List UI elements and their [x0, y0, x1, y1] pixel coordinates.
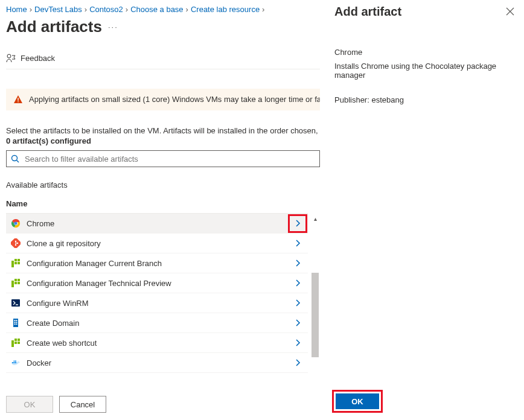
search-input[interactable] [24, 154, 316, 164]
chevron-right-icon: › [126, 5, 128, 14]
svg-point-3 [12, 156, 18, 161]
page-title: Add artifacts [6, 18, 102, 36]
warning-icon [13, 95, 23, 104]
svg-rect-35 [18, 339, 20, 341]
warning-bar: Applying artifacts on small sized (1 cor… [6, 89, 320, 110]
artifact-row[interactable]: Configuration Manager Technical Preview [6, 273, 308, 293]
svg-rect-26 [14, 320, 16, 321]
feedback-button[interactable]: Feedback [6, 53, 55, 63]
chevron-right-icon: › [186, 5, 188, 14]
chevron-right-icon[interactable] [287, 339, 308, 347]
search-icon [10, 154, 20, 164]
side-panel-title: Add artifact [334, 5, 401, 19]
artifact-label: Chrome [25, 219, 287, 228]
chevron-right-icon[interactable] [287, 219, 308, 228]
artifact-list: ChromeClone a git repositoryConfiguratio… [6, 214, 308, 373]
search-input-container[interactable] [6, 150, 320, 167]
artifact-publisher: Publisher: estebang [334, 95, 517, 104]
chrome-icon [6, 218, 25, 228]
svg-rect-27 [16, 320, 18, 321]
artifact-label: Configure WinRM [25, 299, 287, 308]
available-artifacts-label: Available artifacts [6, 180, 327, 189]
svg-rect-1 [18, 98, 18, 101]
chevron-right-icon: › [30, 5, 32, 14]
warning-text: Applying artifacts on small sized (1 cor… [29, 95, 320, 104]
svg-rect-14 [11, 261, 14, 267]
svg-rect-28 [14, 322, 16, 323]
artifact-label: Create web shortcut [25, 339, 287, 348]
artifact-label: Create Domain [25, 319, 287, 328]
chevron-right-icon[interactable] [287, 299, 308, 307]
breadcrumb-item[interactable]: Create lab resource [191, 5, 260, 14]
svg-rect-33 [14, 339, 17, 341]
scrollbar[interactable]: ▴ [310, 214, 320, 373]
feedback-label: Feedback [21, 54, 55, 63]
artifact-name: Chrome [334, 48, 517, 57]
svg-rect-2 [18, 101, 18, 102]
svg-rect-18 [18, 262, 20, 264]
more-menu-button[interactable]: ··· [108, 22, 118, 31]
cm-icon [6, 258, 25, 268]
chevron-right-icon[interactable] [287, 259, 308, 267]
svg-rect-41 [15, 361, 16, 362]
breadcrumb-item[interactable]: Contoso2 [89, 5, 123, 14]
artifact-row[interactable]: Configure WinRM [6, 293, 308, 313]
close-button[interactable] [503, 5, 517, 20]
artifact-row[interactable]: Docker [6, 353, 308, 373]
svg-rect-40 [14, 361, 15, 362]
ps-icon [6, 298, 25, 308]
svg-rect-36 [18, 342, 20, 344]
svg-rect-32 [11, 340, 14, 347]
chevron-right-icon[interactable] [287, 239, 308, 247]
instruction-text: Select the artifacts to be installed on … [6, 126, 320, 135]
svg-rect-30 [14, 323, 16, 325]
breadcrumb-item[interactable]: Home [6, 5, 27, 14]
svg-rect-15 [14, 259, 17, 261]
ok-button-highlight: OK [332, 390, 383, 413]
cancel-button[interactable]: Cancel [59, 396, 106, 413]
artifact-label: Clone a git repository [25, 239, 287, 248]
artifact-label: Docker [25, 358, 287, 368]
svg-rect-16 [14, 262, 17, 264]
feedback-icon [6, 53, 16, 63]
svg-rect-20 [14, 279, 17, 281]
breadcrumb-item[interactable]: DevTest Labs [34, 5, 82, 14]
artifact-description: Installs Chrome using the Chocolatey pac… [334, 62, 517, 80]
svg-rect-31 [16, 323, 18, 325]
artifact-label: Configuration Manager Technical Preview [25, 279, 287, 288]
artifact-label: Configuration Manager Current Branch [25, 259, 287, 268]
chevron-right-icon: › [262, 5, 264, 14]
add-artifact-panel: Add artifact Chrome Installs Chrome usin… [327, 0, 524, 420]
artifact-row[interactable]: Clone a git repository [6, 234, 308, 253]
chevron-right-icon: › [85, 5, 87, 14]
artifact-row[interactable]: Create web shortcut [6, 333, 308, 353]
svg-rect-29 [16, 322, 18, 323]
chevron-right-icon[interactable] [287, 358, 308, 367]
chevron-right-icon[interactable] [287, 279, 308, 287]
ok-primary-button[interactable]: OK [336, 393, 379, 409]
docker-icon [6, 358, 25, 368]
scroll-up-icon[interactable]: ▴ [310, 214, 320, 223]
artifact-row[interactable]: Create Domain [6, 313, 308, 333]
ok-button: OK [6, 396, 53, 413]
svg-line-4 [17, 161, 19, 163]
close-icon [506, 7, 514, 16]
svg-rect-34 [14, 342, 17, 344]
svg-rect-21 [14, 282, 17, 284]
git-icon [6, 238, 25, 248]
cm-icon [6, 278, 25, 288]
breadcrumb: Home› DevTest Labs› Contoso2› Choose a b… [6, 5, 327, 14]
svg-point-0 [7, 54, 11, 58]
cm-icon [6, 338, 25, 348]
svg-rect-23 [18, 282, 20, 284]
chevron-right-icon[interactable] [287, 319, 308, 327]
breadcrumb-item[interactable]: Choose a base [130, 5, 183, 14]
svg-rect-24 [11, 299, 20, 307]
svg-rect-19 [11, 281, 14, 287]
svg-rect-22 [18, 279, 20, 281]
domain-icon [6, 318, 25, 328]
column-header-name: Name [6, 199, 308, 214]
scrollbar-thumb[interactable] [312, 273, 319, 357]
artifact-row[interactable]: Chrome [6, 214, 308, 234]
artifact-row[interactable]: Configuration Manager Current Branch [6, 253, 308, 273]
